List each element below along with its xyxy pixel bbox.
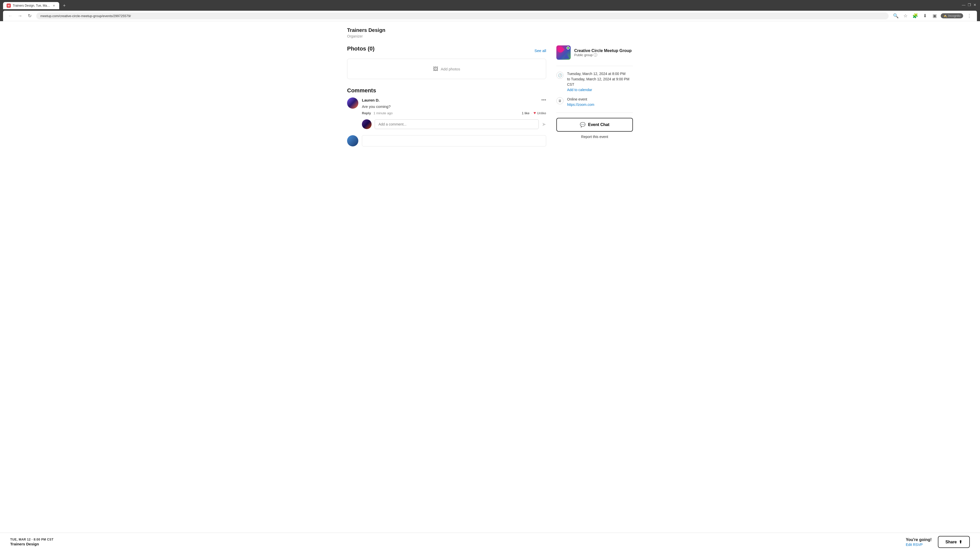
url-input[interactable] xyxy=(36,13,889,19)
reply-avatar xyxy=(362,119,372,129)
event-chat-button[interactable]: 💬 Event Chat xyxy=(556,118,633,132)
search-button[interactable]: 🔍 xyxy=(892,12,899,19)
tab-favicon: M xyxy=(6,3,11,8)
video-icon: 🖥 xyxy=(556,97,563,104)
right-sidebar: Creative Circle Meetup Group Public grou… xyxy=(556,45,633,146)
group-type: Public group i xyxy=(574,53,632,57)
comment-item: Lauren D. ••• Are you coming? Reply 1 mi… xyxy=(347,97,546,115)
back-button[interactable]: ← xyxy=(7,13,13,19)
photos-header: Photos (0) See all xyxy=(347,45,546,56)
comment-body: Lauren D. ••• Are you coming? Reply 1 mi… xyxy=(362,97,546,115)
reply-button[interactable]: Reply xyxy=(362,111,371,115)
event-type-label: Online event xyxy=(567,97,587,101)
separator: · xyxy=(531,111,532,115)
group-status-dot xyxy=(566,46,570,49)
divider-1 xyxy=(556,66,633,66)
page-subtitle: Organizer xyxy=(347,34,633,38)
address-bar: ← → ↻ 🔍 ☆ 🧩 ⬇ ▣ 🕵 Incognito ⋮ xyxy=(3,11,977,21)
add-to-calendar-link[interactable]: Add to calendar xyxy=(567,87,633,93)
comments-title: Comments xyxy=(347,87,546,94)
comment-actions: Reply 1 minute ago 1 like · ♥ Unlike xyxy=(362,111,546,115)
photo-icon: 🖼 xyxy=(433,66,438,72)
comment-input[interactable] xyxy=(375,119,539,129)
comment-likes: 1 like · ♥ Unlike xyxy=(522,111,546,115)
group-type-label: Public group xyxy=(574,53,593,57)
event-date-text: Tuesday, March 12, 2024 at 8:00 PM to Tu… xyxy=(567,71,633,93)
chat-icon: 💬 xyxy=(580,122,585,127)
avatar xyxy=(347,97,358,109)
extensions-button[interactable]: 🧩 xyxy=(912,12,919,19)
photos-title: Photos (0) xyxy=(347,45,375,52)
comment-menu-button[interactable]: ••• xyxy=(541,97,546,103)
comment-author: Lauren D. xyxy=(362,98,380,102)
like-count: 1 like xyxy=(522,111,529,115)
refresh-button[interactable]: ↻ xyxy=(27,13,33,19)
comments-section: Comments Lauren D. ••• Are you coming? R… xyxy=(347,87,546,146)
event-date-line2: to Tuesday, March 12, 2024 at 9:00 PM CS… xyxy=(567,77,629,86)
window-controls: — ❐ ✕ xyxy=(962,3,977,8)
reply-input-row: ➤ xyxy=(362,119,546,129)
browser-actions: 🔍 ☆ 🧩 ⬇ ▣ 🕵 Incognito ⋮ xyxy=(892,12,973,19)
page-header: Trainers Design Organizer xyxy=(347,27,633,38)
divider-2 xyxy=(556,113,633,113)
placeholder-box xyxy=(362,135,546,146)
close-button[interactable]: ✕ xyxy=(973,3,977,7)
group-name: Creative Circle Meetup Group xyxy=(574,48,632,53)
group-logo-shape1 xyxy=(556,45,565,54)
split-view-button[interactable]: ▣ xyxy=(931,12,938,19)
incognito-icon: 🕵 xyxy=(943,14,947,17)
page-content: Trainers Design Organizer Photos (0) See… xyxy=(337,21,643,152)
event-chat-label: Event Chat xyxy=(588,122,609,127)
browser-chrome: M Trainers Design, Tue, Mar 12, 2... × +… xyxy=(0,0,980,21)
page-title: Trainers Design xyxy=(347,27,633,33)
heart-icon: ♥ xyxy=(533,111,536,115)
left-column: Photos (0) See all 🖼 Add photos Comments xyxy=(347,45,546,146)
comment-header: Lauren D. ••• xyxy=(362,97,546,103)
event-type-text: Online event https://zoom.com xyxy=(567,97,594,107)
photos-section: Photos (0) See all 🖼 Add photos xyxy=(347,45,546,79)
incognito-badge: 🕵 Incognito xyxy=(941,13,963,18)
tab-bar: M Trainers Design, Tue, Mar 12, 2... × +… xyxy=(3,2,977,9)
comment-submit-button[interactable]: ➤ xyxy=(542,121,546,127)
bookmark-button[interactable]: ☆ xyxy=(902,12,909,19)
report-event-link[interactable]: Report this event xyxy=(556,135,633,139)
reply-avatar-inner xyxy=(362,119,372,129)
avatar-2-inner xyxy=(347,135,358,146)
download-button[interactable]: ⬇ xyxy=(921,12,928,19)
group-logo xyxy=(556,45,571,60)
unlike-label: Unlike xyxy=(537,111,546,115)
restore-button[interactable]: ❐ xyxy=(967,3,971,7)
info-icon: i xyxy=(593,53,597,57)
group-card: Creative Circle Meetup Group Public grou… xyxy=(556,45,633,60)
new-tab-button[interactable]: + xyxy=(61,2,68,9)
comment-text: Are you coming? xyxy=(362,104,546,109)
group-logo-shape2 xyxy=(563,54,570,59)
event-date-line1: Tuesday, March 12, 2024 at 8:00 PM xyxy=(567,72,625,76)
add-photos-label: Add photos xyxy=(441,67,460,71)
tab-close-button[interactable]: × xyxy=(52,3,56,8)
incognito-label: Incognito xyxy=(948,14,961,17)
forward-button[interactable]: → xyxy=(17,13,23,19)
event-type-row: 🖥 Online event https://zoom.com xyxy=(556,97,633,107)
unlike-button[interactable]: ♥ Unlike xyxy=(533,111,546,115)
avatar-2 xyxy=(347,135,358,146)
tab-title: Trainers Design, Tue, Mar 12, 2... xyxy=(13,4,50,7)
main-layout: Photos (0) See all 🖼 Add photos Comments xyxy=(347,45,633,146)
add-photos-box[interactable]: 🖼 Add photos xyxy=(347,59,546,79)
comment-time: 1 minute ago xyxy=(373,111,393,115)
avatar-inner xyxy=(347,97,358,109)
group-info: Creative Circle Meetup Group Public grou… xyxy=(574,48,632,57)
clock-icon: 🕐 xyxy=(556,72,563,79)
event-date-row: 🕐 Tuesday, March 12, 2024 at 8:00 PM to … xyxy=(556,71,633,93)
comment-placeholder xyxy=(347,135,546,146)
menu-button[interactable]: ⋮ xyxy=(966,12,973,19)
active-tab[interactable]: M Trainers Design, Tue, Mar 12, 2... × xyxy=(3,2,59,9)
minimize-button[interactable]: — xyxy=(962,3,966,7)
see-all-link[interactable]: See all xyxy=(535,48,546,53)
zoom-link[interactable]: https://zoom.com xyxy=(567,102,594,107)
